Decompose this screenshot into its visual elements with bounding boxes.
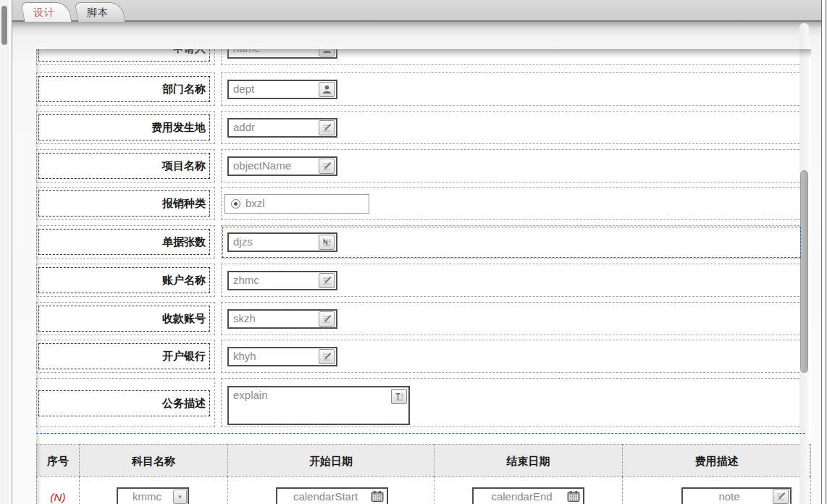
form-row: 开户银行 khyh bbox=[36, 340, 805, 373]
text-edit-icon[interactable] bbox=[319, 120, 335, 135]
text-edit-icon[interactable] bbox=[773, 489, 789, 504]
form-row: 费用发生地 addr bbox=[36, 111, 805, 144]
text-input-field[interactable]: skzh bbox=[227, 309, 337, 329]
tab-script[interactable]: 脚本 bbox=[75, 2, 126, 22]
note-field[interactable]: note bbox=[681, 487, 792, 504]
selection-boundary-line bbox=[36, 433, 805, 434]
input-cell[interactable]: zhmc bbox=[221, 264, 803, 297]
field-value: addr bbox=[233, 121, 255, 133]
user-picker-icon[interactable] bbox=[319, 49, 335, 56]
input-cell[interactable]: dept bbox=[221, 72, 803, 106]
field-label[interactable]: 报销种类 bbox=[38, 190, 210, 217]
textarea-icon[interactable] bbox=[391, 389, 407, 404]
field-value: calendarStart bbox=[293, 490, 358, 503]
designer-tabbar: 设计 脚本 bbox=[12, 0, 821, 22]
label-cell[interactable]: 项目名称 bbox=[36, 149, 215, 182]
left-scrollbar-thumb[interactable] bbox=[1, 6, 7, 45]
field-label[interactable]: 单据张数 bbox=[38, 229, 210, 255]
field-value: skzh bbox=[233, 312, 256, 324]
input-cell[interactable]: skzh bbox=[221, 302, 803, 335]
start-date-field[interactable]: calendarStart bbox=[276, 487, 388, 504]
form-canvas[interactable]: 申请人 name 部门名称 dept bbox=[36, 49, 811, 504]
row-index: (N) bbox=[37, 477, 79, 504]
field-label[interactable]: 账户名称 bbox=[38, 267, 210, 293]
form-row: 账户名称 zhmc bbox=[36, 264, 805, 297]
right-scrollbar-thumb[interactable] bbox=[800, 170, 808, 373]
form-row: 项目名称 objectName bbox=[36, 149, 805, 182]
calendar-icon[interactable] bbox=[371, 490, 384, 503]
field-label[interactable]: 部门名称 bbox=[38, 76, 210, 102]
text-edit-icon[interactable] bbox=[319, 311, 335, 327]
label-cell[interactable]: 单据张数 bbox=[36, 225, 215, 259]
field-label[interactable]: 申请人 bbox=[38, 49, 210, 62]
label-cell[interactable]: 申请人 bbox=[36, 49, 215, 65]
right-panel-divider bbox=[821, 0, 822, 504]
label-cell[interactable]: 收款账号 bbox=[36, 302, 215, 335]
field-value: khyh bbox=[233, 350, 256, 362]
field-label[interactable]: 费用发生地 bbox=[38, 114, 210, 140]
calendar-icon[interactable] bbox=[567, 490, 580, 503]
label-cell[interactable]: 费用发生地 bbox=[36, 111, 215, 144]
field-label[interactable]: 开户银行 bbox=[38, 343, 210, 369]
left-scrollbar[interactable] bbox=[0, 0, 9, 504]
label-cell[interactable]: 报销种类 bbox=[36, 187, 215, 220]
label-cell[interactable]: 公务描述 bbox=[36, 378, 215, 427]
field-label[interactable]: 收款账号 bbox=[38, 306, 210, 332]
label-cell[interactable]: 开户银行 bbox=[36, 340, 215, 373]
subject-select-field[interactable]: kmmc ▼ bbox=[117, 487, 189, 504]
field-value: objectName bbox=[233, 159, 291, 172]
input-cell[interactable]: bxzl bbox=[221, 187, 803, 220]
text-input-field[interactable]: addr bbox=[227, 118, 337, 138]
form-row: 报销种类 bxzl bbox=[36, 187, 805, 220]
user-picker-field[interactable]: name bbox=[227, 49, 337, 59]
designer-content: 申请人 name 部门名称 dept bbox=[12, 22, 821, 504]
table-row-index-cell[interactable]: (N) bbox=[36, 476, 80, 504]
form-row: 公务描述 explain bbox=[36, 378, 805, 427]
text-input-field[interactable]: zhmc bbox=[227, 271, 337, 290]
field-value: kmmc bbox=[133, 490, 161, 503]
label-cell[interactable]: 账户名称 bbox=[36, 264, 215, 297]
detail-table: 序号 科目名称 开始日期 结束日期 费用描述 (N) kmmc ▼ calend… bbox=[36, 444, 811, 504]
table-cell-start-date[interactable]: calendarStart bbox=[227, 476, 435, 504]
input-cell[interactable]: name bbox=[221, 49, 803, 65]
column-header[interactable]: 序号 bbox=[36, 444, 80, 477]
column-header[interactable]: 结束日期 bbox=[434, 444, 623, 477]
column-header[interactable]: 开始日期 bbox=[227, 444, 435, 477]
input-cell[interactable]: explain bbox=[221, 378, 803, 427]
field-value: zhmc bbox=[233, 274, 259, 286]
text-input-field[interactable]: khyh bbox=[227, 347, 337, 366]
tab-design[interactable]: 设计 bbox=[21, 2, 72, 22]
field-label[interactable]: 公务描述 bbox=[38, 390, 210, 416]
input-cell[interactable]: khyh bbox=[221, 340, 803, 373]
input-cell[interactable]: objectName bbox=[221, 149, 803, 182]
table-cell-note[interactable]: note bbox=[622, 476, 811, 504]
dropdown-arrow-icon[interactable]: ▼ bbox=[173, 490, 187, 504]
field-label[interactable]: 项目名称 bbox=[38, 153, 210, 179]
user-picker-field[interactable]: dept bbox=[227, 80, 337, 99]
label-cell[interactable]: 部门名称 bbox=[36, 72, 215, 106]
text-edit-icon[interactable] bbox=[319, 273, 335, 288]
column-header[interactable]: 费用描述 bbox=[622, 444, 811, 477]
text-edit-icon[interactable] bbox=[319, 349, 335, 364]
tab-script-label: 脚本 bbox=[87, 3, 109, 22]
form-designer-app: { "tabs": [ { "label": "设计", "active": t… bbox=[0, 0, 827, 504]
text-input-field[interactable]: objectName bbox=[227, 156, 337, 176]
textarea-field[interactable]: explain bbox=[227, 386, 410, 425]
radio-button-icon[interactable] bbox=[231, 199, 240, 209]
form-row: 收款账号 skzh bbox=[36, 302, 805, 335]
form-row: 申请人 name bbox=[36, 49, 805, 65]
tab-design-label: 设计 bbox=[33, 3, 55, 22]
form-row: 部门名称 dept bbox=[36, 72, 805, 106]
selection-outline bbox=[222, 227, 801, 258]
column-header[interactable]: 科目名称 bbox=[79, 444, 228, 477]
table-cell-end-date[interactable]: calendarEnd bbox=[434, 476, 623, 504]
field-value: calendarEnd bbox=[491, 490, 552, 503]
field-value: bxzl bbox=[245, 197, 265, 209]
text-edit-icon[interactable] bbox=[319, 159, 335, 174]
table-cell-subject[interactable]: kmmc ▼ bbox=[79, 476, 228, 504]
user-picker-icon[interactable] bbox=[319, 82, 335, 97]
radio-group-field[interactable]: bxzl bbox=[224, 194, 369, 214]
end-date-field[interactable]: calendarEnd bbox=[472, 487, 584, 504]
field-value: dept bbox=[233, 83, 254, 95]
input-cell[interactable]: addr bbox=[221, 111, 803, 144]
